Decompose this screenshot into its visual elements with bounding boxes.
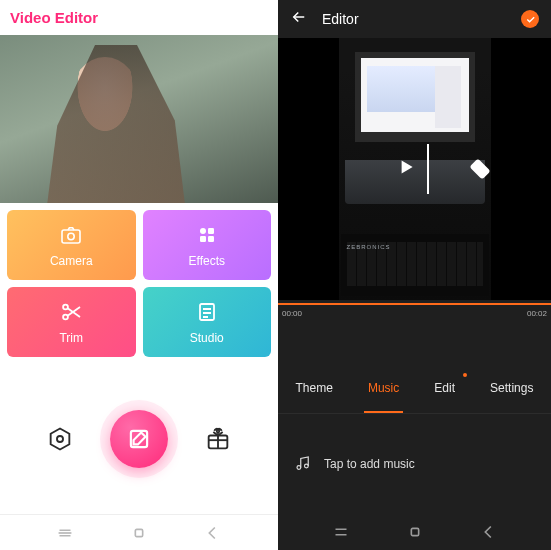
bottom-actions (0, 364, 278, 514)
gift-icon[interactable] (204, 425, 232, 453)
nav-back-icon[interactable] (202, 522, 224, 544)
nav-recent-icon[interactable] (330, 521, 352, 543)
create-button[interactable] (110, 410, 168, 468)
svg-point-6 (63, 304, 68, 309)
tab-theme[interactable]: Theme (292, 375, 337, 401)
nav-home-icon[interactable] (128, 522, 150, 544)
add-music-row[interactable]: Tap to add music (278, 414, 551, 514)
timeline[interactable]: 00:00 00:02 (278, 300, 551, 322)
music-note-icon (294, 454, 312, 475)
svg-rect-0 (62, 230, 80, 243)
header-title: Editor (322, 11, 507, 27)
video-editor-home: Video Editor Camera Effects Trim (0, 0, 278, 550)
editor-tabs: Theme Music Edit Settings (278, 362, 551, 414)
android-nav-left (0, 514, 278, 550)
back-icon[interactable] (290, 8, 308, 31)
svg-rect-14 (411, 528, 418, 535)
editor-screen: Editor ZEBRONICS 00:00 00:02 Them (278, 0, 551, 550)
nav-home-icon[interactable] (404, 521, 426, 543)
studio-tile[interactable]: Studio (143, 287, 272, 357)
svg-rect-13 (135, 529, 142, 536)
camera-icon (59, 223, 83, 250)
studio-icon (195, 300, 219, 327)
svg-point-10 (57, 436, 63, 442)
tile-label: Camera (50, 254, 93, 268)
app-title: Video Editor (0, 0, 278, 35)
tile-label: Effects (189, 254, 225, 268)
tool-grid: Camera Effects Trim Studio (0, 203, 278, 364)
tile-label: Trim (59, 331, 83, 345)
nav-back-icon[interactable] (478, 521, 500, 543)
svg-marker-9 (51, 429, 70, 450)
tab-music[interactable]: Music (364, 375, 403, 401)
scissors-icon (59, 300, 83, 327)
effects-icon (195, 223, 219, 250)
android-nav-right (278, 514, 551, 550)
video-preview: ZEBRONICS (278, 38, 551, 300)
add-music-label: Tap to add music (324, 457, 415, 471)
time-end: 00:02 (527, 309, 547, 318)
svg-point-1 (68, 233, 74, 239)
svg-point-2 (200, 228, 206, 234)
tab-edit[interactable]: Edit (430, 375, 459, 401)
tile-label: Studio (190, 331, 224, 345)
confirm-button[interactable] (521, 10, 539, 28)
editor-header: Editor (278, 0, 551, 38)
camera-tile[interactable]: Camera (7, 210, 136, 280)
svg-rect-3 (208, 228, 214, 234)
hero-image (0, 35, 278, 203)
play-icon[interactable] (395, 156, 417, 182)
trim-tile[interactable]: Trim (7, 287, 136, 357)
playhead-indicator (427, 144, 429, 194)
nav-recent-icon[interactable] (54, 522, 76, 544)
time-start: 00:00 (282, 309, 302, 318)
settings-icon[interactable] (46, 425, 74, 453)
svg-point-7 (63, 314, 68, 319)
tab-settings[interactable]: Settings (486, 375, 537, 401)
svg-rect-5 (208, 236, 214, 242)
preview-brand: ZEBRONICS (347, 244, 391, 250)
effects-tile[interactable]: Effects (143, 210, 272, 280)
svg-rect-4 (200, 236, 206, 242)
